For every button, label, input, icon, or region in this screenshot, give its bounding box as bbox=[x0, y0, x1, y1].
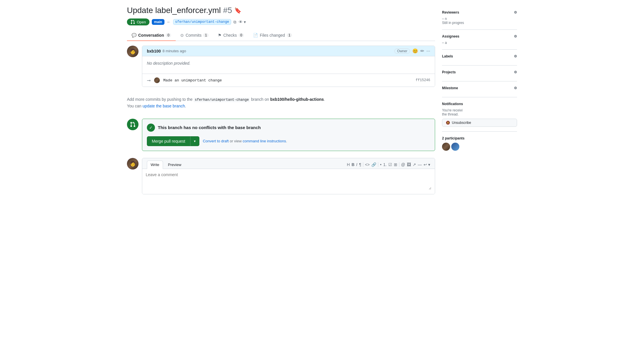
toolbar-heading-button[interactable]: H bbox=[347, 162, 350, 167]
merge-actions: Merge pull request ▾ Convert to draft or… bbox=[147, 136, 430, 146]
files-icon: 📄 bbox=[253, 33, 258, 38]
tab-commits[interactable]: ⊙ Commits 1 bbox=[176, 30, 213, 41]
merge-status: ✓ This branch has no conflicts with the … bbox=[147, 124, 430, 132]
sidebar-notifications-title: Notifications bbox=[442, 102, 517, 106]
pr-title-text: Update label_enforcer.yml bbox=[127, 6, 221, 15]
bookmark-icon[interactable]: 🔖 bbox=[234, 7, 242, 14]
milestone-gear-icon[interactable]: ⚙ bbox=[514, 86, 517, 90]
checks-icon: ⚑ bbox=[218, 33, 222, 38]
more-options-button[interactable]: ··· bbox=[426, 49, 430, 54]
write-tab[interactable]: Write bbox=[147, 161, 163, 169]
current-user-avatar: 🧑 bbox=[127, 158, 138, 169]
comment-header: bxb100 8 minutes ago Owner 😊 ✏ ··· bbox=[142, 46, 435, 56]
toolbar-crossref-button[interactable]: ↗ bbox=[413, 162, 416, 167]
write-toolbar: H B I ¶ <> 🔗 • 1. ☑ ⊞ @ 🖼 bbox=[347, 162, 430, 167]
or-text: or view bbox=[229, 139, 243, 143]
main-comment-wrapper: 🧑 bxb100 8 minutes ago Owner 😊 ✏ ··· bbox=[127, 46, 435, 87]
sidebar-participants: 2 participants bbox=[442, 132, 517, 155]
edit-comment-button[interactable]: ✏ bbox=[420, 48, 424, 54]
toolbar-mention-button[interactable]: @ bbox=[401, 162, 405, 167]
sidebar-labels-title: Labels ⚙ bbox=[442, 54, 517, 58]
comment-time: 8 minutes ago bbox=[162, 49, 186, 53]
toolbar-ordered-list-button[interactable]: 1. bbox=[383, 162, 387, 167]
toolbar-table-button[interactable]: ⊞ bbox=[394, 162, 397, 167]
sidebar-labels: Labels ⚙ bbox=[442, 50, 517, 66]
assignees-suffix: a bbox=[445, 41, 447, 45]
sidebar-assignees: Assignees ⚙ – a bbox=[442, 30, 517, 50]
assignees-gear-icon[interactable]: ⚙ bbox=[514, 34, 517, 38]
reviewers-label: Reviewers bbox=[442, 10, 459, 14]
meta-icons: ⧉ 👁 ▾ bbox=[233, 20, 246, 25]
toolbar-code-button[interactable]: <> bbox=[365, 162, 370, 167]
tab-checks-label: Checks bbox=[223, 33, 237, 38]
status-badge: Open bbox=[127, 18, 149, 25]
toolbar-italic-button[interactable]: I bbox=[356, 162, 357, 167]
tab-checks-count: 0 bbox=[239, 33, 244, 37]
toolbar-divider-2 bbox=[378, 162, 378, 167]
comment-textarea-wrapper bbox=[142, 169, 435, 194]
toolbar-task-list-button[interactable]: ☑ bbox=[388, 162, 392, 167]
merge-pull-request-button[interactable]: Merge pull request bbox=[147, 136, 190, 146]
unsubscribe-button[interactable]: 🔕 Unsubscribe bbox=[442, 119, 517, 127]
assignees-label: Assignees bbox=[442, 34, 459, 38]
info-line2-before: You can bbox=[127, 104, 143, 108]
sidebar-projects: Projects ⚙ bbox=[442, 66, 517, 81]
tab-conversation[interactable]: 💬 Conversation 0 bbox=[127, 30, 176, 41]
comment-text: No description provided. bbox=[147, 61, 190, 66]
toolbar-undo-button[interactable]: ↩ ▾ bbox=[424, 162, 430, 167]
commit-graph-icon: ⊸ bbox=[147, 78, 151, 83]
toolbar-image-button[interactable]: 🖼 bbox=[407, 162, 411, 167]
unsubscribe-label: Unsubscribe bbox=[452, 121, 471, 125]
sidebar-assignees-value: – a bbox=[442, 41, 517, 45]
sidebar-milestone: Milestone ⚙ bbox=[442, 81, 517, 97]
toolbar-strikethrough-button[interactable]: — bbox=[418, 162, 422, 167]
merge-status-text: This branch has no conflicts with the ba… bbox=[158, 125, 261, 130]
toolbar-divider-1 bbox=[363, 162, 363, 167]
arrow-left-icon: ← bbox=[167, 20, 171, 24]
participants-title: 2 participants bbox=[442, 136, 517, 140]
merge-dropdown-button[interactable]: ▾ bbox=[190, 136, 199, 146]
sidebar-reviewers-value: – n bbox=[442, 17, 517, 21]
toolbar-quote-button[interactable]: ¶ bbox=[359, 162, 361, 167]
comment-textarea[interactable] bbox=[146, 172, 431, 190]
main-comment-box: bxb100 8 minutes ago Owner 😊 ✏ ··· No de… bbox=[142, 46, 435, 87]
comment-actions: 😊 ✏ ··· bbox=[412, 48, 430, 54]
owner-badge: Owner bbox=[394, 49, 410, 54]
current-user-avatar-image: 🧑 bbox=[127, 158, 138, 169]
participants-list bbox=[442, 143, 517, 151]
pr-header: Update label_enforcer.yml #5 🔖 Open main… bbox=[127, 6, 435, 25]
reviewers-suffix: n bbox=[445, 17, 447, 21]
toolbar-link-button[interactable]: 🔗 bbox=[371, 162, 376, 167]
update-base-branch-link[interactable]: update the base branch bbox=[143, 104, 185, 108]
convert-to-draft-link[interactable]: Convert to draft bbox=[203, 139, 229, 143]
toolbar-bold-button[interactable]: B bbox=[351, 162, 354, 167]
tab-commits-label: Commits bbox=[186, 33, 201, 38]
emoji-reaction-button[interactable]: 😊 bbox=[412, 48, 418, 54]
command-line-instructions-link[interactable]: command line instructions bbox=[243, 139, 286, 143]
projects-gear-icon[interactable]: ⚙ bbox=[514, 70, 517, 74]
bell-icon: 🔕 bbox=[446, 121, 450, 125]
tab-checks[interactable]: ⚑ Checks 0 bbox=[213, 30, 248, 41]
commit-hash: ff15246 bbox=[416, 78, 430, 82]
status-label: Open bbox=[137, 20, 146, 24]
preview-tab[interactable]: Preview bbox=[164, 161, 185, 169]
pr-number: #5 bbox=[223, 6, 232, 15]
copy-icon[interactable]: ⧉ bbox=[233, 20, 236, 25]
toolbar-unordered-list-button[interactable]: • bbox=[380, 162, 381, 167]
reviewers-gear-icon[interactable]: ⚙ bbox=[514, 10, 517, 14]
commit-line: ⊸ Made an unimportant change ff15246 bbox=[142, 74, 435, 87]
sidebar-reviewers-status: Still in progres bbox=[442, 21, 517, 25]
head-branch-link[interactable]: sferhan/unimportant-change bbox=[173, 19, 231, 25]
commenter-avatar: 🧑 bbox=[127, 46, 138, 57]
merge-icon-box bbox=[127, 119, 138, 130]
info-text-before: Add more commits by pushing to the bbox=[127, 97, 194, 102]
tab-files-changed[interactable]: 📄 Files changed 1 bbox=[248, 30, 297, 41]
watch-icon[interactable]: 👁 ▾ bbox=[239, 20, 246, 24]
merge-icon-col bbox=[127, 119, 138, 151]
tab-conversation-count: 0 bbox=[166, 33, 171, 37]
notifications-label: Notifications bbox=[442, 102, 463, 106]
sidebar: Reviewers ⚙ – n Still in progres Assigne… bbox=[442, 6, 517, 194]
pr-title: Update label_enforcer.yml #5 🔖 bbox=[127, 6, 435, 15]
projects-label: Projects bbox=[442, 70, 456, 74]
labels-gear-icon[interactable]: ⚙ bbox=[514, 54, 517, 58]
